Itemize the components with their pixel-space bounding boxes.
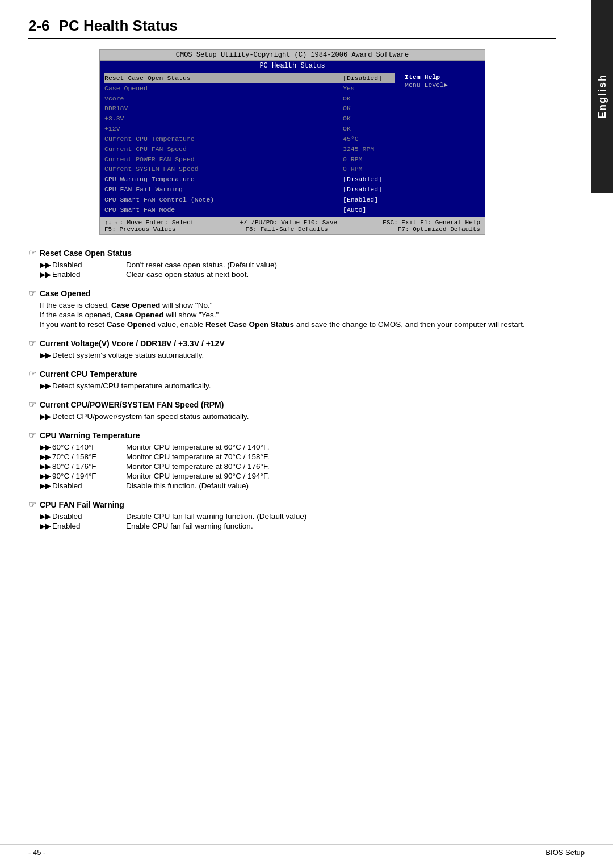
section-body: If the case is closed, Case Opened will … [40, 301, 556, 329]
bios-row-value: 45°C [338, 134, 395, 144]
bios-row-label: +3.3V [104, 114, 124, 124]
bullet-desc: Don't reset case open status. (Default v… [126, 261, 277, 269]
bios-footer: ↑↓→←: Move Enter: Select+/-/PU/PD: Value… [100, 217, 485, 234]
bullet-arrow-icon: ▶▶ [40, 452, 52, 461]
section-title: Current Voltage(V) Vcore / DDR18V / +3.3… [40, 339, 225, 348]
page-footer: - 45 - BIOS Setup [0, 844, 613, 857]
section-arrow-icon: ☞ [28, 248, 36, 258]
section-block-current-cpu-temperature: ☞Current CPU Temperature▶▶Detect system/… [28, 368, 556, 390]
english-tab: English [591, 0, 613, 193]
bios-row: Current POWER FAN Speed0 RPM [104, 154, 395, 165]
footer-left: F5: Previous Values [104, 226, 175, 233]
bullet-row: ▶▶60°C / 140°FMonitor CPU temperature at… [40, 443, 556, 451]
bullet-desc: Monitor CPU temperature at 70°C / 158°F. [126, 452, 269, 461]
bios-row-value: [Disabled] [338, 73, 395, 83]
section-number: 2-6 [28, 17, 50, 34]
bios-body: Reset Case Open Status[Disabled]Case Ope… [100, 71, 485, 217]
bios-row-label: +12V [104, 124, 120, 134]
section-title: Current CPU/POWER/SYSTEM FAN Speed (RPM) [40, 400, 224, 409]
bios-row-label: Current POWER FAN Speed [104, 154, 195, 165]
bullet-row: ▶▶DisabledDisable CPU fan fail warning f… [40, 512, 556, 521]
footer-right-text: BIOS Setup [545, 848, 585, 857]
section-block-current-voltage: ☞Current Voltage(V) Vcore / DDR18V / +3.… [28, 338, 556, 359]
bullet-arrow-icon: ▶▶ [40, 412, 52, 421]
section-title-row: ☞Case Opened [28, 288, 556, 299]
bullet-arrow-icon: ▶▶ [40, 462, 52, 471]
section-title-row: ☞CPU Warning Temperature [28, 430, 556, 441]
bios-title-bar: CMOS Setup Utility-Copyright (C) 1984-20… [100, 50, 485, 61]
section-title: Case Opened [40, 289, 90, 298]
bios-row-value: OK [338, 114, 395, 124]
bullet-desc: Enable CPU fan fail warning function. [126, 522, 253, 530]
bullet-arrow-icon: ▶▶ [40, 381, 52, 390]
bullet-row: ▶▶80°C / 176°FMonitor CPU temperature at… [40, 462, 556, 471]
bullet-label: 70°C / 158°F [52, 452, 126, 461]
bios-row-label: Vcore [104, 94, 124, 104]
section-title-row: ☞Current CPU Temperature [28, 368, 556, 379]
bios-row-label: Current SYSTEM FAN Speed [104, 164, 199, 174]
bullet-row: ▶▶90°C / 194°FMonitor CPU temperature at… [40, 472, 556, 480]
bullet-label: Enabled [52, 522, 126, 530]
bios-subtitle-bar: PC Health Status [100, 61, 485, 71]
bullet-arrow-icon: ▶▶ [40, 522, 52, 530]
bios-screen: CMOS Setup Utility-Copyright (C) 1984-20… [99, 49, 485, 235]
section-body: ▶▶Detect system's voltage status automat… [40, 351, 556, 359]
bullet-row: ▶▶70°C / 158°FMonitor CPU temperature at… [40, 452, 556, 461]
bios-left-panel: Reset Case Open Status[Disabled]Case Ope… [100, 71, 400, 217]
bullet-row: ▶▶DisabledDon't reset case open status. … [40, 261, 556, 269]
bios-row: +12VOK [104, 124, 395, 134]
bullet-row: ▶▶EnabledClear case open status at next … [40, 270, 556, 279]
bullet-desc: Disable this function. (Default value) [126, 481, 249, 490]
section-block-cpu-fan-fail-warning: ☞CPU FAN Fail Warning▶▶DisabledDisable C… [28, 499, 556, 530]
bios-row: DDR18VOK [104, 103, 395, 114]
section-block-current-cpu-fan-speed: ☞Current CPU/POWER/SYSTEM FAN Speed (RPM… [28, 399, 556, 421]
bullet-desc: Monitor CPU temperature at 80°C / 176°F. [126, 462, 269, 471]
bullet-desc: Clear case open status at next boot. [126, 270, 249, 279]
bullet-arrow-icon: ▶▶ [40, 270, 52, 279]
section-title-row: ☞Reset Case Open Status [28, 248, 556, 258]
bullet-label: 60°C / 140°F [52, 443, 126, 451]
bullet-label: Disabled [52, 512, 126, 521]
bullet-arrow-icon: ▶▶ [40, 261, 52, 269]
bios-row-value: Yes [338, 83, 395, 94]
section-block-reset-case-open-status: ☞Reset Case Open Status▶▶DisabledDon't r… [28, 248, 556, 279]
bios-row-value: [Disabled] [338, 174, 395, 184]
footer-right: ESC: Exit F1: General Help [383, 219, 480, 226]
section-block-case-opened: ☞Case OpenedIf the case is closed, Case … [28, 288, 556, 329]
section-title: CPU FAN Fail Warning [40, 500, 124, 509]
bios-row: CPU Smart FAN Control (Note)[Enabled] [104, 195, 395, 205]
section-arrow-icon: ☞ [28, 430, 36, 441]
bios-row-value: 0 RPM [338, 164, 395, 174]
help-title: Item Help [405, 73, 480, 81]
bullet-desc: Monitor CPU temperature at 60°C / 140°F. [126, 443, 269, 451]
section-body: ▶▶Detect CPU/power/system fan speed stat… [40, 412, 556, 421]
bios-row: Current CPU FAN Speed3245 RPM [104, 144, 395, 154]
bullet-row: ▶▶EnabledEnable CPU fan fail warning fun… [40, 522, 556, 530]
section-arrow-icon: ☞ [28, 288, 36, 299]
sections-container: ☞Reset Case Open Status▶▶DisabledDon't r… [28, 248, 556, 530]
bios-footer-row: ↑↓→←: Move Enter: Select+/-/PU/PD: Value… [104, 219, 480, 226]
bullet-row: ▶▶Detect system/CPU temperature automati… [40, 381, 556, 390]
bios-row-value: [Auto] [338, 205, 395, 215]
bios-row: Case OpenedYes [104, 83, 395, 94]
footer-mid: F6: Fail-Safe Defaults [245, 226, 328, 233]
bios-row-value: 0 RPM [338, 154, 395, 165]
bios-row-label: CPU Warning Temperature [104, 174, 195, 184]
bios-row: Current SYSTEM FAN Speed0 RPM [104, 164, 395, 174]
bios-row: Current CPU Temperature45°C [104, 134, 395, 144]
bullet-row: ▶▶Detect system's voltage status automat… [40, 351, 556, 359]
section-block-cpu-warning-temperature: ☞CPU Warning Temperature▶▶60°C / 140°FMo… [28, 430, 556, 490]
footer-mid: +/-/PU/PD: Value F10: Save [240, 219, 338, 226]
english-label: English [597, 74, 608, 119]
bullet-desc: Monitor CPU temperature at 90°C / 194°F. [126, 472, 269, 480]
section-arrow-icon: ☞ [28, 399, 36, 410]
section-body: ▶▶DisabledDisable CPU fan fail warning f… [40, 512, 556, 530]
footer-left: ↑↓→←: Move Enter: Select [104, 219, 194, 226]
bullet-desc: Detect system's voltage status automatic… [52, 351, 204, 359]
heading-title: PC Health Status [59, 17, 178, 34]
section-body: ▶▶60°C / 140°FMonitor CPU temperature at… [40, 443, 556, 490]
section-arrow-icon: ☞ [28, 338, 36, 349]
section-body: ▶▶Detect system/CPU temperature automati… [40, 381, 556, 390]
bios-row-label: Current CPU FAN Speed [104, 144, 187, 154]
bullet-label: Enabled [52, 270, 126, 279]
